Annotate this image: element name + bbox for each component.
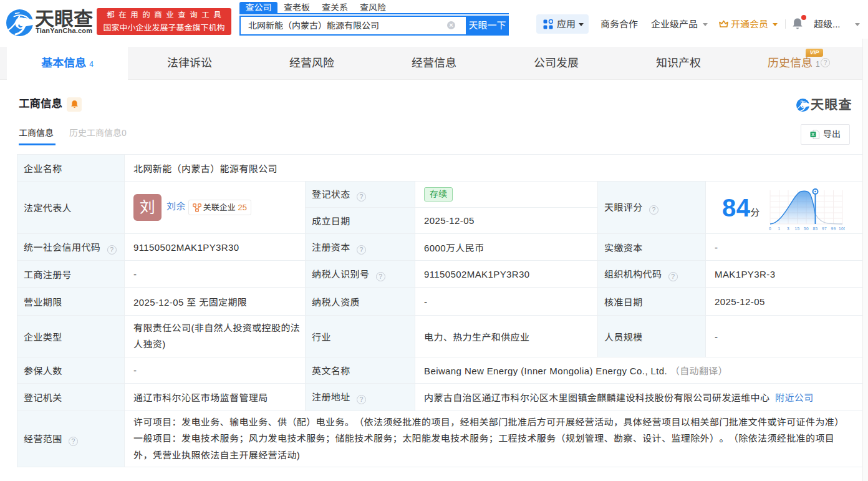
svg-text:50: 50 — [804, 226, 809, 231]
svg-text:1: 1 — [778, 226, 780, 231]
svg-text:99: 99 — [831, 226, 836, 231]
svg-text:85: 85 — [813, 226, 817, 231]
svg-text:0: 0 — [769, 226, 771, 231]
svg-text:97: 97 — [822, 226, 827, 231]
svg-text:3: 3 — [787, 226, 789, 231]
svg-text:100: 100 — [839, 226, 845, 231]
svg-text:15: 15 — [794, 226, 799, 231]
